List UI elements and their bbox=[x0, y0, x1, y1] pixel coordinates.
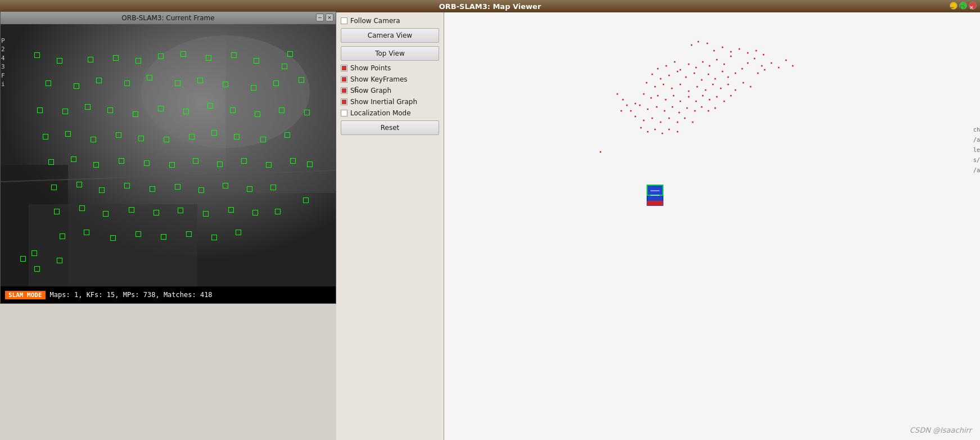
feature-point bbox=[158, 106, 164, 111]
svg-point-62 bbox=[657, 95, 659, 97]
svg-point-52 bbox=[792, 65, 794, 67]
feature-point bbox=[20, 256, 26, 262]
feature-point bbox=[161, 234, 166, 240]
svg-point-83 bbox=[715, 107, 716, 109]
feature-point bbox=[113, 55, 119, 61]
svg-point-21 bbox=[685, 77, 687, 78]
svg-point-45 bbox=[754, 58, 756, 60]
map-area: ch /a le s/ /a bbox=[444, 12, 980, 440]
feature-point bbox=[211, 235, 217, 240]
svg-point-48 bbox=[764, 69, 766, 71]
show-graph-checkbox[interactable] bbox=[341, 87, 347, 94]
svg-point-103 bbox=[677, 131, 679, 133]
feature-point bbox=[303, 197, 309, 203]
minimize-button[interactable]: − bbox=[950, 2, 958, 10]
feature-point bbox=[207, 103, 213, 109]
feature-point bbox=[51, 185, 57, 190]
feature-point bbox=[284, 132, 290, 138]
feature-point bbox=[255, 111, 260, 117]
feature-point bbox=[136, 231, 141, 237]
svg-point-34 bbox=[680, 84, 681, 86]
feature-point bbox=[138, 136, 144, 141]
show-points-checkbox[interactable] bbox=[341, 65, 347, 71]
watermark-text: CSDN @Isaachirr bbox=[910, 426, 972, 434]
feature-point bbox=[183, 109, 189, 114]
localization-mode-checkbox[interactable] bbox=[341, 110, 347, 116]
svg-point-67 bbox=[696, 101, 697, 102]
svg-point-17 bbox=[652, 74, 653, 75]
status-bar: SLAM MODE Maps: 1, KFs: 15, MPs: 738, Ma… bbox=[1, 286, 336, 303]
side-panel: Follow Camera Camera View Top View Show … bbox=[336, 12, 444, 440]
minimize-icon: − bbox=[950, 5, 955, 10]
svg-point-31 bbox=[654, 86, 656, 88]
close-icon: × bbox=[969, 5, 974, 10]
feature-point bbox=[124, 80, 130, 86]
feature-point bbox=[211, 130, 217, 136]
svg-point-64 bbox=[673, 95, 675, 97]
follow-camera-checkbox[interactable] bbox=[341, 17, 347, 24]
top-view-button[interactable]: Top View bbox=[341, 46, 439, 61]
svg-point-30 bbox=[646, 82, 648, 84]
follow-camera-label: Follow Camera bbox=[350, 17, 400, 25]
feature-point bbox=[241, 158, 247, 164]
feature-point bbox=[223, 183, 228, 188]
feature-point bbox=[124, 183, 130, 188]
feature-point bbox=[247, 186, 252, 192]
close-button[interactable]: × bbox=[969, 2, 977, 10]
feature-point bbox=[34, 52, 40, 58]
feature-point bbox=[147, 75, 152, 80]
show-keyframes-checkbox[interactable] bbox=[341, 76, 347, 83]
current-frame-title: ORB-SLAM3: Current Frame bbox=[121, 14, 214, 22]
svg-point-86 bbox=[652, 118, 653, 119]
follow-camera-row: Follow Camera bbox=[341, 17, 439, 25]
frame-minimize-icon: − bbox=[318, 15, 322, 20]
svg-point-35 bbox=[688, 91, 690, 92]
feature-point bbox=[129, 207, 134, 213]
feature-point bbox=[275, 209, 281, 214]
svg-point-24 bbox=[708, 74, 710, 75]
svg-point-41 bbox=[735, 89, 737, 91]
camera-view-button[interactable]: Camera View bbox=[341, 28, 439, 43]
show-inertial-graph-checkbox[interactable] bbox=[341, 98, 347, 105]
feature-point bbox=[110, 235, 116, 241]
svg-point-23 bbox=[701, 79, 703, 81]
svg-point-107 bbox=[691, 44, 693, 46]
maximize-button[interactable]: □ bbox=[959, 2, 967, 10]
feature-point bbox=[307, 161, 313, 167]
feature-point bbox=[270, 185, 276, 190]
feature-point bbox=[103, 211, 109, 217]
svg-point-33 bbox=[671, 88, 673, 89]
show-inertial-graph-row: Show Inertial Graph bbox=[341, 98, 439, 106]
svg-point-46 bbox=[761, 65, 763, 67]
feature-point bbox=[266, 162, 272, 168]
map-viewer-title: ORB-SLAM3: Map Viewer bbox=[439, 2, 541, 11]
feature-point bbox=[203, 211, 209, 217]
maximize-icon: □ bbox=[960, 5, 965, 10]
svg-point-61 bbox=[651, 97, 652, 99]
svg-point-101 bbox=[662, 133, 663, 134]
reset-label: Reset bbox=[381, 124, 400, 132]
map-points bbox=[600, 41, 794, 153]
feature-point bbox=[119, 158, 124, 164]
svg-point-90 bbox=[684, 118, 686, 119]
svg-point-18 bbox=[660, 78, 662, 80]
feature-point bbox=[71, 156, 76, 162]
svg-point-10 bbox=[688, 64, 690, 65]
feature-point bbox=[133, 111, 138, 117]
svg-point-72 bbox=[730, 95, 732, 97]
feature-point bbox=[84, 230, 89, 235]
point-cloud-svg bbox=[444, 12, 980, 440]
current-frame-window: ORB-SLAM3: Current Frame − × bbox=[0, 11, 336, 304]
svg-point-93 bbox=[622, 99, 624, 101]
svg-point-80 bbox=[694, 110, 696, 112]
feature-point bbox=[234, 134, 240, 140]
svg-point-37 bbox=[705, 89, 707, 91]
frame-close-btn[interactable]: × bbox=[326, 14, 333, 21]
feature-point bbox=[31, 250, 37, 256]
reset-button[interactable]: Reset bbox=[341, 120, 439, 135]
feature-point bbox=[175, 80, 180, 86]
frame-minimize-btn[interactable]: − bbox=[316, 14, 324, 21]
svg-point-22 bbox=[694, 73, 696, 74]
camera-background: P 2 4 3 F i bbox=[1, 24, 336, 286]
feature-point bbox=[206, 55, 211, 61]
